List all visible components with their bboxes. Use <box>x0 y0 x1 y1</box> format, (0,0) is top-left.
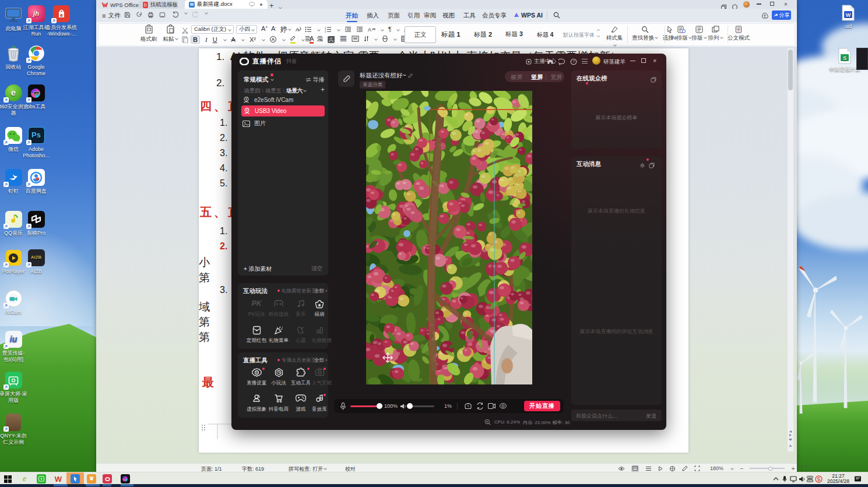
svg-text:?: ? <box>572 59 575 63</box>
svg-text:A: A <box>296 27 299 33</box>
svg-text:OBS: OBS <box>34 92 39 94</box>
svg-text:A: A <box>368 27 371 33</box>
svg-text:S: S <box>843 55 846 61</box>
svg-text:e: e <box>60 12 63 17</box>
svg-text:3: 3 <box>325 30 326 33</box>
svg-text:W: W <box>846 12 851 17</box>
